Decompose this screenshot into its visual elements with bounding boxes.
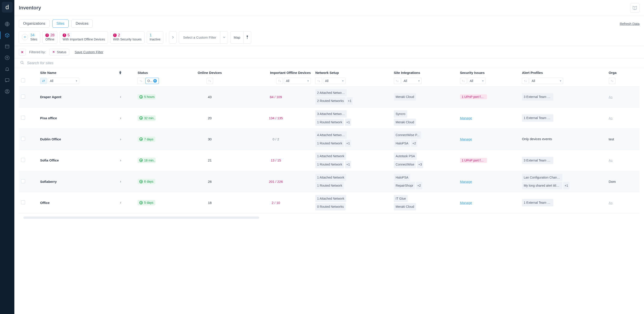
alert-more-tag[interactable]: +1	[563, 182, 570, 189]
integration-more-tag[interactable]: +2	[416, 182, 422, 189]
expand-row-icon[interactable]: ›	[119, 95, 122, 99]
integration-tag[interactable]: IT Glue	[394, 195, 408, 202]
col-online[interactable]: Online Devices	[181, 68, 239, 77]
refresh-data-link[interactable]: Refresh Data	[620, 22, 640, 26]
map-button[interactable]: Map	[230, 31, 251, 44]
filter-alerts[interactable]: All▾	[530, 78, 563, 84]
expand-row-icon[interactable]: ›	[119, 179, 122, 183]
integration-tag[interactable]: Autotask PSA	[394, 153, 417, 160]
network-tag[interactable]: 1 Routed Network	[315, 161, 344, 168]
clear-all-filters-button[interactable]	[19, 49, 26, 56]
save-custom-filter-link[interactable]: Save Custom Filter	[75, 50, 104, 54]
col-alerts[interactable]: Alert Profiles	[520, 68, 606, 77]
col-iod[interactable]: Important Offline Devices	[239, 68, 313, 77]
col-status[interactable]: Status	[135, 68, 181, 77]
table-row[interactable]: Office›5 days182 / 101 Attached Network0…	[19, 192, 640, 213]
select-all-checkbox[interactable]	[21, 78, 25, 82]
horizontal-scrollbar[interactable]	[23, 216, 259, 219]
app-logo[interactable]: d	[2, 2, 12, 13]
sort-org[interactable]: ↑↓	[609, 78, 616, 84]
network-tag[interactable]: 2 Attached Networks	[315, 89, 347, 97]
network-tag[interactable]: 3 Attached Networks	[315, 110, 347, 118]
expand-row-icon[interactable]: ›	[119, 137, 122, 141]
security-issue-tag[interactable]: 1 UPnP port for...	[460, 158, 487, 163]
table-row[interactable]: Pisa office›32 min...20134 / 1353 Attach…	[19, 107, 640, 128]
integration-tag[interactable]: RepairShopr	[394, 182, 415, 189]
integration-tag[interactable]: ConnectWise P...	[394, 131, 421, 139]
network-tag[interactable]: 1 Attached Network	[315, 174, 346, 181]
add-site-icon[interactable]: +	[22, 34, 28, 40]
org-link[interactable]: As	[609, 158, 613, 162]
sidebar-nav-globe[interactable]	[0, 19, 14, 30]
stat-security-issues[interactable]: !2 With Security Issues	[110, 31, 144, 44]
docs-button[interactable]	[630, 3, 640, 13]
org-link[interactable]: As	[609, 95, 613, 99]
security-manage-link[interactable]: Manage	[460, 201, 472, 205]
filter-integrations[interactable]: All▾	[402, 78, 422, 84]
pin-icon[interactable]	[119, 71, 122, 75]
sort-integrations[interactable]: ↑↓	[394, 78, 400, 84]
network-tag[interactable]: 0 Routed Networks	[315, 203, 346, 210]
expand-row-icon[interactable]: ›	[119, 158, 122, 162]
stats-next-button[interactable]	[169, 31, 176, 44]
sidebar-nav-chat[interactable]	[0, 75, 14, 86]
stat-offline[interactable]: !28 Offline	[42, 31, 58, 44]
filter-iod[interactable]: All▾	[284, 78, 311, 84]
site-name[interactable]: Office	[40, 201, 50, 205]
network-more-tag[interactable]: +1	[345, 161, 351, 168]
search-input[interactable]	[27, 61, 638, 65]
sort-online[interactable]: ↑↓	[206, 78, 213, 84]
sort-alerts[interactable]: ↑↓	[522, 78, 529, 84]
site-name[interactable]: Sofia Office	[40, 158, 59, 162]
col-security[interactable]: Security Issues	[458, 68, 520, 77]
table-row[interactable]: Draper Agent›5 hours4384 / 1092 Attached…	[19, 86, 640, 107]
integration-more-tag[interactable]: +3	[417, 161, 423, 168]
integration-tag[interactable]: HaloPSA	[394, 140, 410, 147]
site-name[interactable]: Dublin Office	[40, 137, 61, 141]
network-more-tag[interactable]: +1	[346, 97, 353, 105]
clear-status-filter-icon[interactable]: ✕	[153, 79, 157, 83]
sort-iod[interactable]: ↑↓	[276, 78, 283, 84]
col-network[interactable]: Network Setup	[313, 68, 392, 77]
network-tag[interactable]: 1 Attached Network	[315, 195, 346, 202]
expand-row-icon[interactable]: ›	[119, 201, 122, 205]
col-site-name[interactable]: Site Name	[38, 68, 116, 77]
integration-tag[interactable]: Meraki Cloud	[394, 93, 416, 101]
custom-filter-select[interactable]: Select a Custom Filter	[179, 31, 228, 44]
sidebar-nav-account[interactable]	[0, 86, 14, 97]
network-tag[interactable]: 1 Routed Network	[315, 182, 344, 189]
stat-sites[interactable]: + 34 Sites	[19, 31, 40, 44]
integration-tag[interactable]: HaloPSA	[394, 174, 410, 181]
filter-chip-status[interactable]: Status	[49, 49, 69, 55]
alert-profile-tag[interactable]: Lan Configuration Change O...	[522, 174, 562, 181]
expand-row-icon[interactable]: ›	[119, 116, 122, 120]
chip-remove-icon[interactable]	[52, 50, 55, 54]
sort-network[interactable]: ↑↓	[315, 78, 322, 84]
table-container[interactable]: Site Name Status Online Devices Importan…	[14, 68, 644, 314]
alert-profile-tag[interactable]: My long shared alert title N	[522, 182, 562, 189]
row-checkbox[interactable]	[21, 137, 25, 141]
sidebar-nav-inventory[interactable]	[0, 30, 14, 41]
sort-status[interactable]: ↑↓	[138, 78, 144, 84]
site-name[interactable]: Sofiaberry	[40, 180, 57, 183]
filter-security[interactable]: All▾	[468, 78, 486, 84]
sort-site-name[interactable]	[40, 78, 47, 84]
security-manage-link[interactable]: Manage	[460, 116, 472, 120]
org-link[interactable]: As	[609, 116, 613, 120]
tab-organizations[interactable]: Organizations	[19, 20, 50, 28]
row-checkbox[interactable]	[21, 116, 25, 120]
network-tag[interactable]: 1 Routed Network	[315, 119, 344, 126]
row-checkbox[interactable]	[21, 95, 25, 99]
alert-profile-tag[interactable]: 1 External Team Profile	[522, 199, 553, 206]
alert-profile-tag[interactable]: 3 External Team Profiles	[522, 93, 553, 101]
row-checkbox[interactable]	[21, 179, 25, 183]
org-link[interactable]: As	[609, 201, 613, 205]
filter-status[interactable]: O...✕	[146, 78, 159, 84]
network-more-tag[interactable]: +1	[345, 140, 351, 147]
security-manage-link[interactable]: Manage	[460, 180, 472, 183]
integration-tag[interactable]: Syncro	[394, 110, 407, 118]
sidebar-nav-dashboard[interactable]	[0, 41, 14, 52]
site-name[interactable]: Draper Agent	[40, 95, 61, 99]
sidebar-nav-compass[interactable]	[0, 52, 14, 63]
network-more-tag[interactable]: +1	[345, 119, 351, 126]
